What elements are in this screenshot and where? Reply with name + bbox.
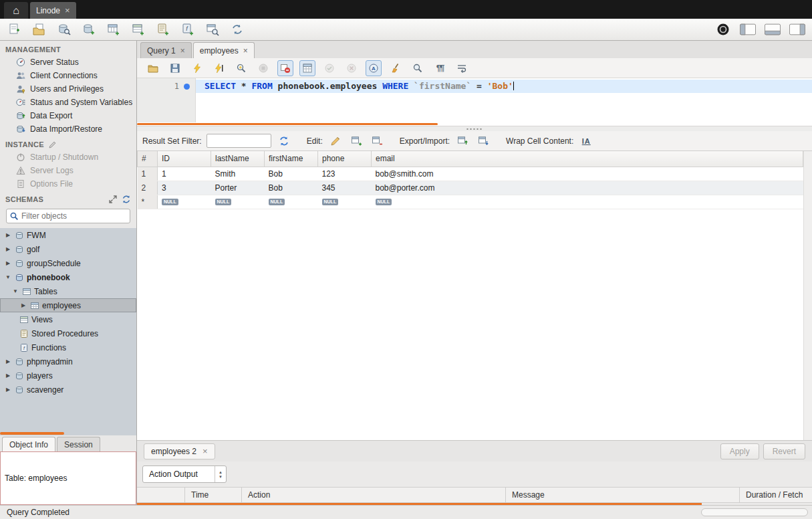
home-tab[interactable]: ⌂ [4,2,28,19]
schema-node-scavenger[interactable]: ▶ scavenger [0,383,136,397]
combo-spinner-icon[interactable]: ▲ ▼ [215,466,226,482]
editor-code-area[interactable]: SELECT * FROM phonebook.employees WHERE … [196,78,812,122]
edit-record-icon[interactable] [327,133,344,149]
open-sql-script-icon[interactable] [31,21,47,37]
sidebar-item-startup-shutdown[interactable]: Startup / Shutdown [0,150,136,164]
connection-tab-linode[interactable]: Linode × [30,2,76,19]
expander-icon[interactable]: ▶ [4,358,12,365]
column-header-firstname[interactable]: firstName [265,151,318,167]
expander-icon[interactable]: ▶ [4,260,12,266]
close-icon[interactable]: × [65,6,70,15]
sidebar-item-server-status[interactable]: Server Status [0,56,136,69]
output-col-action[interactable]: Action [242,488,506,502]
tree-node-employees[interactable]: ▶ employees [0,298,136,312]
reconnect-dbms-icon[interactable] [229,21,245,37]
expander-icon[interactable]: ▼ [11,288,19,294]
column-header-id[interactable]: ID [158,151,211,167]
cell-lastname[interactable]: Porter [211,181,265,195]
column-header-email[interactable]: email [372,151,803,167]
column-header-rownum[interactable]: # [138,151,158,167]
expander-icon[interactable]: ▶ [4,387,12,393]
workbench-status-icon[interactable] [715,21,731,37]
expander-icon[interactable]: ▶ [4,373,12,379]
create-procedure-icon[interactable] [155,21,171,37]
grid-vertical-scrollbar[interactable] [803,151,812,440]
wrap-cell-content-icon[interactable]: IA [578,133,594,149]
column-header-lastname[interactable]: lastName [211,151,265,167]
create-schema-icon[interactable] [81,21,97,37]
toggle-invisible-characters-icon[interactable]: ¶¶ [432,60,448,76]
tab-query-1[interactable]: Query 1 × [140,42,192,58]
output-col-message[interactable]: Message [506,488,740,502]
cell-id[interactable]: 1 [158,167,211,181]
create-view-icon[interactable] [130,21,146,37]
expander-icon[interactable]: ▶ [4,246,12,252]
inspect-database-icon[interactable] [56,21,72,37]
apply-button[interactable]: Apply [720,443,759,459]
cell-firstname[interactable]: Bob [265,167,318,181]
tree-horizontal-scrollbar[interactable] [0,431,136,435]
tree-node-stored-procedures[interactable]: Stored Procedures [0,326,136,340]
sidebar-item-data-import[interactable]: Data Import/Restore [0,122,136,136]
new-sql-tab-icon[interactable] [7,21,23,37]
cell-phone[interactable]: 345 [318,181,372,195]
tab-session[interactable]: Session [57,437,100,451]
schema-node-groupschedule[interactable]: ▶ groupSchedule [0,256,136,270]
output-col-status[interactable] [137,488,185,502]
toggle-left-sidebar-icon[interactable] [740,21,756,37]
expander-icon[interactable]: ▼ [4,274,12,280]
schema-node-golf[interactable]: ▶ golf [0,242,136,256]
cell-phone[interactable]: NULL [318,195,372,209]
beautify-script-icon[interactable] [388,60,404,76]
output-col-time[interactable]: Time [185,488,242,502]
cell-firstname[interactable]: NULL [265,195,318,209]
toggle-output-area-icon[interactable] [765,21,781,37]
sidebar-item-client-connections[interactable]: Client Connections [0,69,136,82]
toggle-autocommit-icon[interactable]: A [366,60,382,76]
cell-lastname[interactable]: Smith [211,167,265,181]
scrollbar-thumb[interactable] [0,432,64,435]
toggle-stop-on-error-icon[interactable] [277,60,293,76]
column-header-phone[interactable]: phone [318,151,372,167]
explain-query-icon[interactable] [233,60,249,76]
schema-node-phpmyadmin[interactable]: ▶ phpmyadmin [0,354,136,369]
cell-email[interactable]: NULL [372,195,803,209]
expander-icon[interactable]: ▶ [19,302,27,308]
save-script-icon[interactable] [167,60,183,76]
toggle-right-sidebar-icon[interactable] [789,21,805,37]
close-icon[interactable]: × [202,447,208,455]
sidebar-item-status-system-variables[interactable]: Status and System Variables [0,96,136,109]
refresh-results-icon[interactable] [276,133,292,149]
close-icon[interactable]: × [180,47,185,55]
schema-filter-input[interactable] [21,211,127,221]
delete-row-icon[interactable] [369,133,385,149]
statusbar-scrollbar[interactable] [701,508,808,516]
edit-instance-icon[interactable] [48,140,57,149]
cell-email[interactable]: bob@porter.com [372,181,803,195]
execute-current-statement-icon[interactable] [211,60,227,76]
schema-node-players[interactable]: ▶ players [0,369,136,383]
output-col-duration[interactable]: Duration / Fetch [740,488,812,502]
cell-lastname[interactable]: NULL [211,195,265,209]
import-records-icon[interactable] [475,133,491,149]
row-number-cell[interactable]: 1 [138,167,158,181]
row-number-cell[interactable]: 2 [138,181,158,195]
sidebar-item-server-logs[interactable]: Server Logs [0,164,136,177]
sql-editor[interactable]: 1 SELECT * FROM phonebook.employees WHER… [137,78,812,122]
sidebar-item-users-privileges[interactable]: Users and Privileges [0,82,136,96]
sidebar-item-data-export[interactable]: Data Export [0,109,136,122]
stop-query-icon[interactable] [255,60,271,76]
editor-results-splitter[interactable] [137,126,812,131]
tree-node-functions[interactable]: f Functions [0,340,136,354]
schema-node-fwm[interactable]: ▶ FWM [0,228,136,242]
cell-id[interactable]: NULL [158,195,211,209]
execute-query-icon[interactable] [189,60,205,76]
commit-icon[interactable] [321,60,337,76]
sql-line-1[interactable]: SELECT * FROM phonebook.employees WHERE … [196,80,812,93]
find-in-script-icon[interactable] [410,60,426,76]
create-function-icon[interactable]: f [180,21,196,37]
expander-icon[interactable]: ▶ [4,232,12,238]
toggle-word-wrap-icon[interactable] [454,60,470,76]
result-filter-input[interactable] [207,134,271,148]
revert-button[interactable]: Revert [763,443,805,459]
